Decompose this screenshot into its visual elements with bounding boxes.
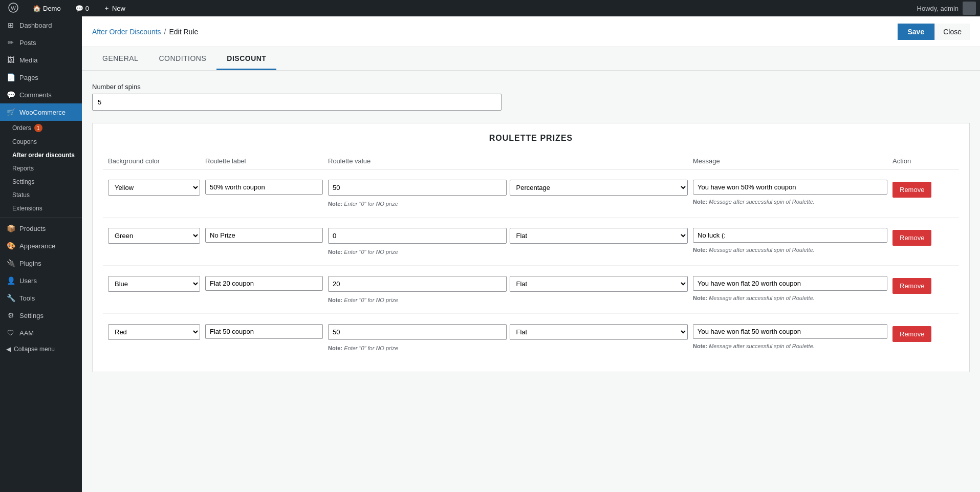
prize-2-message-col: Note: Message after successful spin of R… — [693, 228, 887, 253]
sidebar-label-posts: Posts — [19, 39, 76, 47]
settings-sidebar-icon: ⚙ — [6, 311, 15, 320]
prize-1-value-input[interactable] — [328, 180, 507, 196]
sidebar-item-users[interactable]: 👤 Users — [0, 272, 82, 289]
prize-2-remove-button[interactable]: Remove — [892, 230, 931, 246]
sidebar-sub-status[interactable]: Status — [0, 188, 82, 202]
prize-2-message-note: Note: Message after successful spin of R… — [693, 247, 887, 253]
prize-1-value-col: Percentage Flat Note: Enter "0" for NO p… — [328, 180, 688, 207]
sidebar-sub-after-order[interactable]: After order discounts — [0, 148, 82, 162]
prize-4-value-input[interactable] — [328, 324, 507, 340]
sidebar: ⊞ Dashboard ✏ Posts 🖼 Media 📄 Pages 💬 Co… — [0, 0, 82, 492]
collapse-menu[interactable]: ◀ Collapse menu — [0, 341, 82, 357]
coupons-label: Coupons — [12, 138, 37, 145]
media-icon: 🖼 — [6, 55, 15, 65]
woo-submenu: Orders 1 Coupons After order discounts R… — [0, 121, 82, 215]
prize-2-color-select[interactable]: Yellow Green Blue Red — [108, 228, 200, 244]
sidebar-item-products[interactable]: 📦 Products — [0, 220, 82, 237]
sidebar-sub-orders[interactable]: Orders 1 — [0, 121, 82, 135]
prize-3-remove-button[interactable]: Remove — [892, 278, 931, 294]
prize-1-message-col: Note: Message after successful spin of R… — [693, 180, 887, 205]
save-button[interactable]: Save — [898, 24, 935, 40]
status-label: Status — [12, 191, 30, 199]
sidebar-item-appearance[interactable]: 🎨 Appearance — [0, 237, 82, 254]
breadcrumb-link[interactable]: After Order Discounts — [92, 28, 161, 36]
prize-2-action-col: Remove — [892, 228, 954, 246]
sidebar-label-users: Users — [19, 277, 76, 285]
sidebar-label-appearance: Appearance — [19, 242, 76, 250]
prize-2-label-input[interactable] — [205, 228, 323, 243]
breadcrumb-current: Edit Rule — [169, 28, 199, 36]
close-button[interactable]: Close — [934, 24, 970, 40]
sidebar-item-aam[interactable]: 🛡 AAM — [0, 324, 82, 341]
prize-row-2: Yellow Green Blue Red Percent — [103, 218, 959, 266]
sidebar-item-plugins[interactable]: 🔌 Plugins — [0, 254, 82, 272]
prize-4-color-select[interactable]: Yellow Green Blue Red — [108, 324, 200, 340]
prize-3-label-input[interactable] — [205, 276, 323, 291]
prize-4-remove-button[interactable]: Remove — [892, 326, 931, 342]
tab-general[interactable]: GENERAL — [92, 47, 148, 70]
content-area: Number of spins ROULETTE PRIZES Backgrou… — [82, 71, 980, 492]
prize-2-type-select[interactable]: Percentage Flat — [510, 228, 688, 244]
prizes-table-header: Background color Roulette label Roulette… — [103, 153, 959, 169]
sidebar-item-pages[interactable]: 📄 Pages — [0, 69, 82, 86]
sidebar-item-settings[interactable]: ⚙ Settings — [0, 307, 82, 324]
spins-input[interactable] — [92, 94, 502, 111]
prize-1-message-input[interactable] — [693, 180, 887, 195]
prize-row-3: Yellow Green Blue Red Percent — [103, 266, 959, 314]
header-actions: Save Close — [898, 24, 970, 40]
header-roulette-value: Roulette value — [328, 157, 688, 165]
sidebar-item-tools[interactable]: 🔧 Tools — [0, 289, 82, 307]
sidebar-sub-extensions[interactable]: Extensions — [0, 202, 82, 215]
sidebar-item-dashboard[interactable]: ⊞ Dashboard — [0, 16, 82, 34]
products-icon: 📦 — [6, 224, 15, 233]
prize-1-label-input[interactable] — [205, 180, 323, 195]
prize-1-bg-col: Yellow Green Blue Red — [108, 180, 200, 196]
prize-4-value-col: Percentage Flat Note: Enter "0" for NO p… — [328, 324, 688, 351]
prize-row-4: Yellow Green Blue Red Percent — [103, 314, 959, 361]
sidebar-label-comments: Comments — [19, 91, 76, 99]
sidebar-label-tools: Tools — [19, 294, 76, 302]
prize-3-message-col: Note: Message after successful spin of R… — [693, 276, 887, 301]
prize-3-color-select[interactable]: Yellow Green Blue Red — [108, 276, 200, 292]
tab-conditions[interactable]: CONDITIONS — [148, 47, 216, 70]
svg-text:W: W — [11, 6, 16, 11]
sidebar-sub-settings[interactable]: Settings — [0, 175, 82, 188]
site-name-item[interactable]: 🏠 Demo — [29, 0, 65, 16]
prize-3-type-select[interactable]: Percentage Flat — [510, 276, 688, 292]
sidebar-label-pages: Pages — [19, 74, 76, 81]
prize-3-value-input[interactable] — [328, 276, 507, 292]
prize-4-type-select[interactable]: Percentage Flat — [510, 324, 688, 340]
prize-3-action-col: Remove — [892, 276, 954, 294]
prize-2-value-input[interactable] — [328, 228, 507, 244]
sidebar-sub-coupons[interactable]: Coupons — [0, 135, 82, 148]
prize-2-message-input[interactable] — [693, 228, 887, 243]
new-label: New — [112, 5, 125, 12]
sidebar-label-products: Products — [19, 225, 76, 232]
prize-3-message-input[interactable] — [693, 276, 887, 291]
prize-2-bg-col: Yellow Green Blue Red — [108, 228, 200, 244]
prize-1-color-select[interactable]: Yellow Green Blue Red — [108, 180, 200, 196]
prize-4-label-col — [205, 324, 323, 339]
comments-item[interactable]: 💬 0 — [71, 0, 93, 16]
admin-bar: W 🏠 Demo 💬 0 ＋ New Howdy, admin — [0, 0, 980, 16]
prize-4-label-input[interactable] — [205, 324, 323, 339]
tab-discount[interactable]: DISCOUNT — [216, 47, 276, 70]
sidebar-sub-reports[interactable]: Reports — [0, 162, 82, 175]
sidebar-label-woocommerce: WooCommerce — [19, 109, 76, 116]
prize-1-type-select[interactable]: Percentage Flat — [510, 180, 688, 196]
prize-4-message-input[interactable] — [693, 324, 887, 339]
prize-3-value-col: Percentage Flat Note: Enter "0" for NO p… — [328, 276, 688, 303]
spins-group: Number of spins — [92, 83, 970, 111]
sidebar-divider-1 — [0, 217, 82, 218]
tools-icon: 🔧 — [6, 293, 15, 303]
sidebar-item-comments[interactable]: 💬 Comments — [0, 86, 82, 103]
sidebar-label-dashboard: Dashboard — [19, 22, 76, 29]
wp-logo-item[interactable]: W — [4, 0, 23, 16]
sidebar-item-media[interactable]: 🖼 Media — [0, 51, 82, 69]
new-item[interactable]: ＋ New — [99, 0, 129, 16]
prize-1-remove-button[interactable]: Remove — [892, 182, 931, 198]
sidebar-item-posts[interactable]: ✏ Posts — [0, 34, 82, 51]
sidebar-item-woocommerce[interactable]: 🛒 WooCommerce — [0, 103, 82, 121]
plus-icon: ＋ — [103, 4, 110, 13]
prizes-title: ROULETTE PRIZES — [103, 134, 959, 143]
